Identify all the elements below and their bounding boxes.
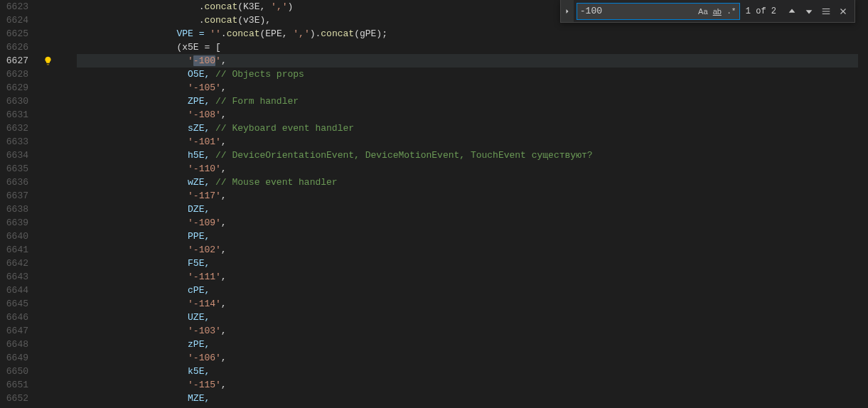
code-line[interactable]: '-101', <box>77 135 868 149</box>
code-line[interactable]: DZE, <box>77 203 868 216</box>
line-number: 6650 <box>0 365 28 378</box>
lightbulb-icon[interactable] <box>43 55 53 65</box>
code-line[interactable]: UZE, <box>77 311 868 324</box>
code-line[interactable]: '-112', <box>77 405 868 408</box>
line-number: 6626 <box>0 41 28 54</box>
code-line[interactable]: '-100', <box>77 54 868 68</box>
fold-margin <box>57 0 77 408</box>
find-input[interactable] <box>577 4 697 19</box>
line-number: 6623 <box>0 0 28 14</box>
code-line[interactable]: zPE, <box>77 338 868 351</box>
line-number: 6642 <box>0 257 28 270</box>
line-number: 6625 <box>0 27 28 41</box>
code-line[interactable]: '-103', <box>77 324 868 338</box>
line-number: 6637 <box>0 189 28 203</box>
code-line[interactable]: cPE, <box>77 284 868 297</box>
line-number: 6653 <box>0 405 28 408</box>
line-number: 6643 <box>0 270 28 284</box>
find-in-selection-button[interactable] <box>818 3 835 20</box>
code-line[interactable]: '-106', <box>77 351 868 365</box>
line-number: 6627 <box>0 54 28 68</box>
line-number: 6632 <box>0 122 28 135</box>
code-line[interactable]: sZE, // Keyboard event handler <box>77 122 868 135</box>
code-line[interactable]: '-117', <box>77 189 868 203</box>
line-number-gutter: 6623662466256626662766286629663066316632… <box>0 0 41 408</box>
line-number: 6630 <box>0 95 28 108</box>
line-number: 6649 <box>0 351 28 365</box>
line-number: 6629 <box>0 81 28 95</box>
code-line[interactable]: wZE, // Mouse event handler <box>77 176 868 189</box>
minimap[interactable] <box>858 0 868 408</box>
previous-match-button[interactable] <box>783 3 800 20</box>
find-input-container: Aa ab .* <box>577 3 740 20</box>
code-line[interactable]: F5E, <box>77 257 868 270</box>
line-number: 6645 <box>0 297 28 311</box>
code-line[interactable]: '-102', <box>77 243 868 257</box>
match-whole-word-button[interactable]: ab <box>711 4 724 18</box>
code-line[interactable]: '-108', <box>77 108 868 122</box>
line-number: 6638 <box>0 203 28 216</box>
line-number: 6628 <box>0 68 28 81</box>
code-line[interactable]: '-111', <box>77 270 868 284</box>
line-number: 6636 <box>0 176 28 189</box>
line-number: 6647 <box>0 324 28 338</box>
line-number: 6633 <box>0 135 28 149</box>
line-number: 6624 <box>0 14 28 27</box>
line-number: 6634 <box>0 149 28 162</box>
code-line[interactable]: '-105', <box>77 81 868 95</box>
find-actions <box>783 3 854 20</box>
code-line[interactable]: '-109', <box>77 216 868 230</box>
line-number: 6631 <box>0 108 28 122</box>
code-line[interactable]: h5E, // DeviceOrientationEvent, DeviceMo… <box>77 149 868 162</box>
code-line[interactable]: O5E, // Objects props <box>77 68 868 81</box>
code-line[interactable]: PPE, <box>77 230 868 243</box>
code-line[interactable]: (x5E = [ <box>77 41 868 54</box>
code-line[interactable]: ZPE, // Form handler <box>77 95 868 108</box>
close-find-button[interactable] <box>835 3 852 20</box>
line-number: 6646 <box>0 311 28 324</box>
line-number: 6641 <box>0 243 28 257</box>
glyph-margin <box>41 0 57 408</box>
line-number: 6652 <box>0 392 28 405</box>
code-line[interactable]: MZE, <box>77 392 868 405</box>
line-number: 6644 <box>0 284 28 297</box>
line-number: 6648 <box>0 338 28 351</box>
line-number: 6651 <box>0 378 28 392</box>
code-line[interactable]: '-115', <box>77 378 868 392</box>
code-line[interactable]: k5E, <box>77 365 868 378</box>
match-case-button[interactable]: Aa <box>697 4 709 18</box>
find-result-count: 1 of 2 <box>740 6 783 16</box>
line-number: 6639 <box>0 216 28 230</box>
line-number: 6640 <box>0 230 28 243</box>
use-regex-button[interactable]: .* <box>725 4 738 18</box>
next-match-button[interactable] <box>800 3 818 20</box>
find-widget: Aa ab .* 1 of 2 <box>560 0 855 23</box>
code-line[interactable]: '-110', <box>77 162 868 176</box>
code-editor[interactable]: 6623662466256626662766286629663066316632… <box>0 0 868 408</box>
code-line[interactable]: '-114', <box>77 297 868 311</box>
line-number: 6635 <box>0 162 28 176</box>
code-content[interactable]: .concat(K3E, ',') .concat(v3E), VPE = ''… <box>77 0 868 408</box>
code-line[interactable]: VPE = ''.concat(EPE, ',').concat(gPE); <box>77 27 868 41</box>
toggle-replace-icon[interactable] <box>561 0 574 22</box>
